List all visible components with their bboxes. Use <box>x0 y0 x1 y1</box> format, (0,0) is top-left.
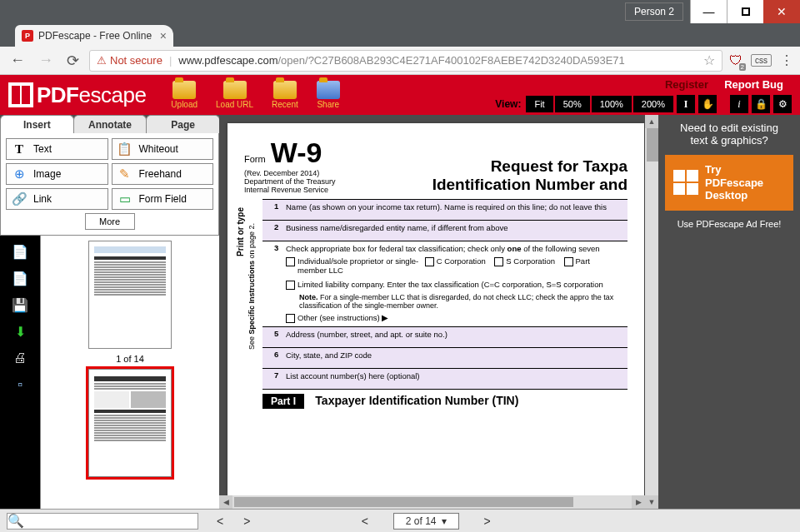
window-maximize-button[interactable] <box>727 0 763 23</box>
window-minimize-button[interactable]: — <box>690 0 727 23</box>
view-controls: View: Fit 50% 100% 200% I ✋ i 🔒 ⚙ <box>495 95 792 113</box>
window-close-button[interactable]: ✕ <box>763 0 800 23</box>
register-link[interactable]: Register <box>665 78 708 91</box>
thumbnail-page-1[interactable] <box>88 241 172 349</box>
ublock-badge: 2 <box>739 63 746 71</box>
image-icon: ⊕ <box>12 167 27 181</box>
checkbox-individual[interactable] <box>286 257 295 266</box>
tab-close-button[interactable]: × <box>160 29 167 42</box>
app-header: PDFescape Upload Load URL Recent Share R… <box>0 75 800 115</box>
tab-title: PDFescape - Free Online <box>38 30 152 42</box>
url-text: www.pdfescape.com/open/?C27B608AB293C4E2… <box>178 54 625 67</box>
load-url-button[interactable]: Load URL <box>216 81 253 109</box>
save-icon[interactable]: 💾 <box>8 294 32 316</box>
page-select[interactable]: 2 of 14▾ <box>393 513 459 530</box>
page-new-icon[interactable]: 📄 <box>8 241 32 262</box>
zoom-200-button[interactable]: 200% <box>633 96 673 112</box>
horizontal-scrollbar[interactable]: ◀ ▶ <box>219 495 645 509</box>
browser-menu-button[interactable]: ⋮ <box>780 52 793 68</box>
ublock-icon[interactable]: 🛡2 <box>729 53 742 68</box>
css-extension-button[interactable]: css <box>751 54 772 67</box>
checkbox-partnership[interactable] <box>564 257 573 266</box>
security-warning[interactable]: ⚠ Not secure <box>97 54 162 67</box>
tab-annotate[interactable]: Annotate <box>73 115 148 133</box>
info-button[interactable]: i <box>730 95 748 113</box>
lock-button[interactable]: 🔒 <box>752 95 770 113</box>
search-box[interactable]: 🔍 <box>7 513 198 530</box>
search-input[interactable] <box>24 515 198 527</box>
report-bug-link[interactable]: Report Bug <box>724 78 783 91</box>
checkbox-scorp[interactable] <box>494 257 503 266</box>
search-prev[interactable]: < <box>217 515 223 528</box>
checkbox-llc[interactable] <box>286 281 295 290</box>
adfree-link[interactable]: Use PDFescape Ad Free! <box>665 219 793 229</box>
maximize-icon <box>742 7 750 16</box>
tool-more-button[interactable]: More <box>85 213 135 230</box>
print-icon[interactable]: 🖨 <box>8 347 32 369</box>
settings-button[interactable]: ⚙ <box>773 95 792 113</box>
browser-tab[interactable]: P PDFescape - Free Online × <box>15 25 173 47</box>
bookmark-star-button[interactable]: ☆ <box>703 52 715 68</box>
checkbox-ccorp[interactable] <box>425 257 434 266</box>
sidebar-instructions: See Specific Instructions on page 2. <box>248 199 256 374</box>
pdf-viewer: Form W-9 (Rev. December 2014) Department… <box>219 115 658 509</box>
favicon-icon: P <box>22 30 33 42</box>
not-secure-label: Not secure <box>110 54 162 67</box>
thumbnail-panel: 1 of 14 <box>40 236 219 509</box>
tool-link[interactable]: 🔗Link <box>6 188 108 210</box>
extension-area: 🛡2 css ⋮ <box>729 52 793 68</box>
status-bar: 🔍 < > < 2 of 14▾ > <box>0 509 800 532</box>
download-icon[interactable]: ⬇ <box>8 321 32 342</box>
hand-tool[interactable]: ✋ <box>698 95 717 113</box>
chevron-down-icon: ▾ <box>442 515 447 527</box>
tool-freehand[interactable]: ✎Freehand <box>112 163 214 185</box>
nav-forward-button[interactable]: → <box>35 52 57 69</box>
windows-icon <box>673 170 698 195</box>
tab-page[interactable]: Page <box>146 115 220 133</box>
zoom-100-button[interactable]: 100% <box>592 96 632 112</box>
warning-icon: ⚠ <box>97 54 107 67</box>
profile-chip[interactable]: Person 2 <box>625 2 683 21</box>
window-icon[interactable]: ▫ <box>8 374 32 395</box>
scroll-thumb-h[interactable] <box>234 497 573 507</box>
scroll-thumb[interactable] <box>647 128 658 162</box>
scroll-up-icon[interactable]: ▲ <box>645 115 658 128</box>
address-bar[interactable]: ⚠ Not secure | www.pdfescape.com/open/?C… <box>89 50 722 72</box>
pdfescape-logo[interactable]: PDFescape <box>8 82 146 108</box>
nav-back-button[interactable]: ← <box>7 52 28 69</box>
page-current-icon[interactable]: 📄 <box>8 267 32 289</box>
page-next-button[interactable]: > <box>484 515 491 528</box>
promo-panel: Need to edit existingtext & graphics? Tr… <box>658 115 800 509</box>
desktop-cta-button[interactable]: TryPDFescapeDesktop <box>665 155 793 211</box>
scroll-right-icon[interactable]: ▶ <box>632 495 645 509</box>
text-cursor-tool[interactable]: I <box>677 95 695 113</box>
minimize-icon: — <box>703 5 715 18</box>
side-iconbar: 📄 📄 💾 ⬇ 🖨 ▫ <box>0 236 40 509</box>
tab-insert[interactable]: Insert <box>0 115 74 133</box>
pdf-page[interactable]: Form W-9 (Rev. December 2014) Department… <box>228 123 644 509</box>
scroll-left-icon[interactable]: ◀ <box>219 495 232 509</box>
recent-button[interactable]: Recent <box>272 81 298 109</box>
share-icon <box>317 81 340 99</box>
search-next[interactable]: > <box>243 515 250 528</box>
thumbnail-label: 1 of 14 <box>116 354 144 364</box>
tool-image[interactable]: ⊕Image <box>6 163 108 185</box>
folder-url-icon <box>223 81 247 99</box>
page-prev-button[interactable]: < <box>362 515 368 528</box>
vertical-scrollbar[interactable]: ▲ ▼ <box>645 115 658 509</box>
scroll-down-icon[interactable]: ▼ <box>645 495 658 509</box>
zoom-50-button[interactable]: 50% <box>555 96 590 112</box>
search-icon: 🔍 <box>8 513 24 529</box>
view-label: View: <box>495 98 521 110</box>
checkbox-other[interactable] <box>286 314 295 323</box>
browser-tabstrip: P PDFescape - Free Online × <box>0 23 800 47</box>
browser-toolbar: ← → ⟳ ⚠ Not secure | www.pdfescape.com/o… <box>0 47 800 75</box>
thumbnail-page-2[interactable] <box>88 369 172 477</box>
share-button[interactable]: Share <box>317 81 340 109</box>
tool-formfield[interactable]: ▭Form Field <box>112 188 214 210</box>
nav-reload-button[interactable]: ⟳ <box>63 52 82 70</box>
tool-text[interactable]: TText <box>6 138 108 160</box>
zoom-fit-button[interactable]: Fit <box>526 96 552 112</box>
tool-whiteout[interactable]: 📋Whiteout <box>112 138 214 160</box>
upload-button[interactable]: Upload <box>171 81 198 109</box>
